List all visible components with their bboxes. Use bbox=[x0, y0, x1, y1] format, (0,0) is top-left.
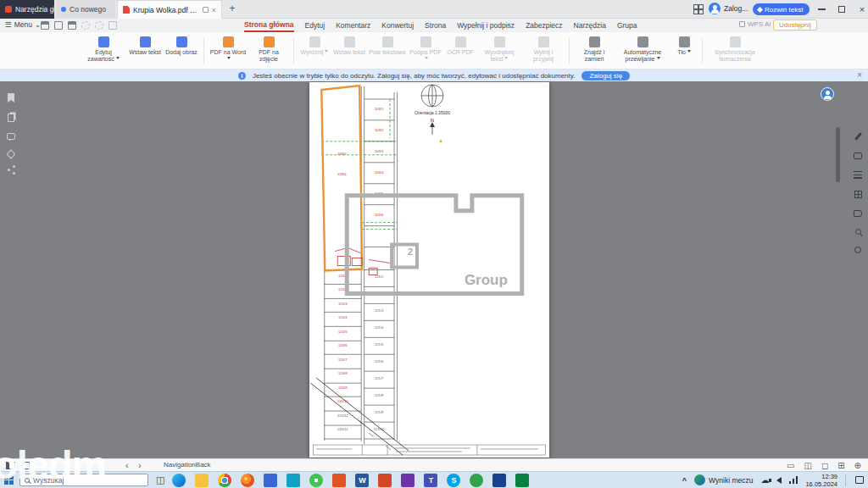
autoscroll-button[interactable]: Automatyczne przewijanie bbox=[616, 34, 669, 68]
search-icon bbox=[25, 478, 30, 483]
office-icon[interactable] bbox=[332, 474, 346, 487]
navigation-back-button[interactable]: NavigationBack bbox=[164, 461, 211, 469]
tab-whats-new[interactable]: Co nowego bbox=[56, 0, 115, 19]
single-page-view-icon[interactable]: ▭ bbox=[787, 461, 794, 470]
parcel-label: 103/4 bbox=[375, 170, 384, 175]
edge-icon[interactable] bbox=[172, 474, 186, 487]
firefox-icon[interactable] bbox=[241, 474, 254, 487]
reader-mode-icon[interactable] bbox=[854, 210, 862, 217]
share-button[interactable]: Udostępnij bbox=[773, 19, 817, 30]
app-navy-icon[interactable] bbox=[492, 474, 506, 487]
tab-strona-glowna[interactable]: Strona główna bbox=[244, 19, 294, 32]
sidebar-toggle-icon[interactable] bbox=[6, 462, 15, 469]
user-account[interactable]: Zalog... bbox=[709, 3, 748, 14]
pdf-to-word-button[interactable]: PDF na Word bbox=[209, 34, 247, 68]
chrome-icon[interactable] bbox=[218, 474, 231, 487]
page-view-icon[interactable] bbox=[22, 462, 30, 469]
tab-narzedzia[interactable]: Narzędzia bbox=[574, 20, 606, 31]
word-icon[interactable]: W bbox=[355, 474, 369, 487]
export-icon[interactable] bbox=[68, 21, 76, 30]
skype-icon[interactable]: S bbox=[447, 474, 460, 487]
tab-tools[interactable]: Narzędzia głó bbox=[0, 0, 54, 19]
collaborator-avatar[interactable] bbox=[821, 87, 834, 101]
network-icon[interactable] bbox=[789, 476, 798, 484]
excel-icon[interactable] bbox=[515, 474, 529, 487]
fit-page-icon[interactable]: ◻ bbox=[821, 461, 828, 470]
app-purple-icon[interactable] bbox=[401, 474, 415, 487]
outline-list-icon[interactable] bbox=[854, 171, 862, 179]
tab-komentarz[interactable]: Komentarz bbox=[336, 20, 370, 31]
tab-grupa[interactable]: Grupa bbox=[617, 20, 637, 31]
maximize-button[interactable] bbox=[832, 0, 851, 19]
tab-strona[interactable]: Strona bbox=[425, 20, 446, 31]
taskbar-search[interactable]: Wyszukaj bbox=[19, 474, 148, 486]
tab-close-icon[interactable]: × bbox=[212, 6, 216, 14]
print-icon[interactable] bbox=[54, 21, 63, 30]
login-button[interactable]: Zaloguj się bbox=[581, 71, 630, 80]
button-label: PDF na zdjęcie bbox=[249, 49, 288, 63]
parcel-label: 120/11 bbox=[337, 413, 348, 418]
map-marker-dot bbox=[439, 140, 442, 142]
whatsapp-icon[interactable] bbox=[309, 474, 323, 487]
zoom-icon[interactable]: ⊕ bbox=[854, 461, 861, 470]
layout-grid-icon[interactable] bbox=[854, 191, 862, 198]
powerpoint-icon[interactable] bbox=[378, 474, 392, 487]
next-page-icon[interactable]: › bbox=[138, 459, 142, 471]
action-center-icon[interactable] bbox=[855, 476, 864, 484]
tab-document[interactable]: Krupia Wolka.pdf mapka pod... × bbox=[117, 0, 222, 19]
background-button[interactable]: Tło bbox=[671, 34, 697, 68]
add-image-button[interactable]: Dodaj obraz bbox=[164, 34, 198, 68]
apps-grid-icon[interactable] bbox=[693, 4, 704, 14]
more-tools-icon[interactable] bbox=[108, 21, 117, 30]
tab-konwertuj[interactable]: Konwertuj bbox=[381, 20, 414, 31]
redo-icon[interactable] bbox=[95, 21, 103, 30]
comments-icon[interactable] bbox=[7, 133, 15, 140]
notice-close-icon[interactable]: × bbox=[857, 70, 862, 80]
insert-text-button[interactable]: Wstaw tekst bbox=[128, 34, 162, 68]
share-nodes-icon[interactable] bbox=[8, 169, 10, 171]
prev-page-icon[interactable]: ‹ bbox=[125, 459, 129, 471]
taskbar-clock[interactable]: 12:39 16.05.2024 bbox=[805, 473, 837, 488]
tab-zabezpiecz[interactable]: Zabezpiecz bbox=[526, 20, 562, 31]
two-page-view-icon[interactable]: ◫ bbox=[804, 461, 811, 470]
vertical-scrollbar[interactable] bbox=[836, 127, 840, 182]
bookmark-icon[interactable] bbox=[8, 93, 14, 103]
tray-chevron-icon[interactable]: ^ bbox=[682, 476, 687, 485]
grid-view-icon[interactable]: ⊞ bbox=[837, 461, 844, 470]
button-label: Edytuj zawartość bbox=[81, 49, 125, 63]
menu-button[interactable]: ☰ Menu ⌄ bbox=[5, 20, 41, 29]
onedrive-cloud-icon[interactable]: ☁ bbox=[760, 476, 769, 485]
hamburger-icon: ☰ bbox=[5, 20, 12, 29]
start-button[interactable] bbox=[4, 475, 14, 485]
find-replace-button[interactable]: Znajdź i zamień bbox=[575, 34, 614, 68]
folder-icon[interactable] bbox=[195, 474, 209, 487]
show-desktop-divider[interactable] bbox=[845, 474, 846, 486]
app-teal-icon[interactable] bbox=[287, 474, 300, 487]
minimize-button[interactable] bbox=[812, 0, 831, 19]
edit-content-button[interactable]: Edytuj zawartość bbox=[81, 34, 125, 68]
save-icon[interactable] bbox=[41, 21, 49, 30]
comment-panel-icon[interactable] bbox=[854, 152, 862, 159]
pdf-to-image-button[interactable]: PDF na zdjęcie bbox=[249, 34, 288, 68]
annotate-pen-icon[interactable] bbox=[854, 132, 862, 141]
tag-icon[interactable] bbox=[6, 149, 15, 158]
sports-widget-icon bbox=[694, 474, 705, 485]
teams-icon[interactable]: T bbox=[424, 474, 437, 487]
parcel-label: 121/7 bbox=[375, 376, 384, 380]
close-button[interactable]: × bbox=[853, 0, 868, 19]
task-view-icon[interactable]: ◫ bbox=[156, 475, 164, 485]
app-green-icon[interactable] bbox=[470, 474, 483, 487]
undo-icon[interactable] bbox=[81, 21, 90, 30]
pdf-page[interactable]: Orientacja 1:25000 N 139/2 139/4 120/1 1… bbox=[309, 82, 549, 458]
new-tab-button[interactable]: + bbox=[225, 3, 239, 16]
settings-gear-icon[interactable] bbox=[854, 247, 861, 253]
news-widget[interactable]: Wyniki meczu bbox=[694, 474, 753, 485]
volume-icon[interactable] bbox=[776, 477, 782, 484]
upgrade-button[interactable]: Rozwiń tekst bbox=[753, 3, 810, 15]
tab-wypelnij-i-podpisz[interactable]: Wypełnij i podpisz bbox=[457, 20, 515, 31]
wps-ai-button[interactable]: WPS AI bbox=[739, 20, 771, 28]
tab-edytuj[interactable]: Edytuj bbox=[305, 20, 326, 31]
search-icon[interactable] bbox=[855, 229, 861, 235]
app-blue-icon[interactable] bbox=[264, 474, 277, 487]
thumbnails-icon[interactable] bbox=[8, 114, 14, 122]
